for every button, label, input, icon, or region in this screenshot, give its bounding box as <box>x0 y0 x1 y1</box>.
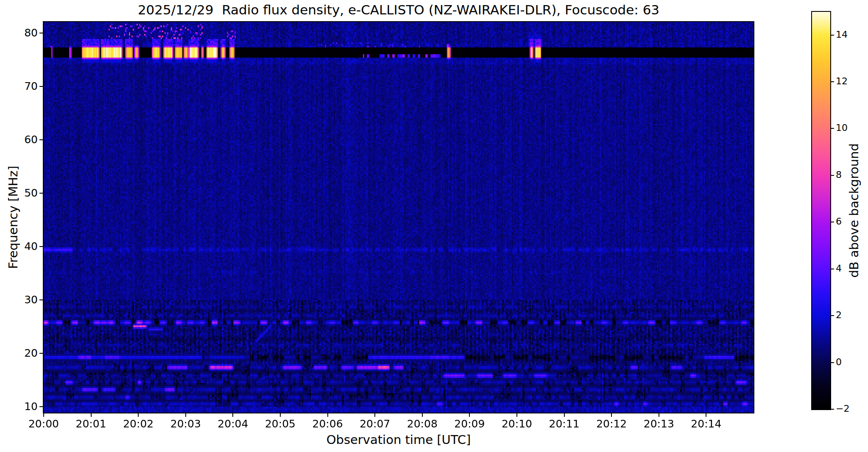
y-tick-mark <box>39 193 43 194</box>
colorbar-tick-mark <box>831 35 834 36</box>
x-tick-mark <box>611 413 612 417</box>
colorbar-tick-mark <box>831 315 834 316</box>
y-tick-mark <box>39 406 43 407</box>
colorbar-tick-label: 14 <box>836 30 848 39</box>
y-tick-label: 20 <box>0 348 38 358</box>
y-tick-mark <box>39 86 43 87</box>
y-tick-mark <box>39 139 43 140</box>
x-tick-mark <box>516 413 517 417</box>
x-tick-mark <box>706 413 706 417</box>
y-tick-label: 30 <box>0 294 38 305</box>
colorbar-tick-label: 10 <box>836 123 848 133</box>
y-tick-label: 40 <box>0 241 38 252</box>
x-tick-mark <box>659 413 659 417</box>
x-tick-mark <box>469 413 470 417</box>
colorbar-tick-label: 12 <box>836 77 848 86</box>
y-tick-mark <box>39 33 43 33</box>
colorbar-tick-mark <box>831 81 834 82</box>
colorbar-tick-label: 2 <box>836 311 842 320</box>
colorbar <box>811 11 831 410</box>
x-tick-mark <box>91 413 92 417</box>
colorbar-tick-mark <box>831 175 834 176</box>
x-tick-label: 20:14 <box>676 419 736 429</box>
x-tick-mark <box>422 413 423 417</box>
colorbar-tick-mark <box>831 409 834 410</box>
y-tick-mark <box>39 353 43 354</box>
colorbar-tick-mark <box>831 222 834 222</box>
colorbar-tick-label: −2 <box>836 404 849 413</box>
colorbar-tick-mark <box>831 128 834 129</box>
y-axis-label: Frequency [MHz] <box>6 166 20 269</box>
colorbar-tick-label: 0 <box>836 358 842 367</box>
y-tick-mark <box>39 299 43 300</box>
chart-title: 2025/12/29 Radio flux density, e-CALLIST… <box>44 2 754 17</box>
x-tick-mark <box>280 413 281 417</box>
figure: 2025/12/29 Radio flux density, e-CALLIST… <box>0 0 868 452</box>
y-tick-label: 60 <box>0 134 38 145</box>
colorbar-tick-mark <box>831 269 834 269</box>
y-tick-label: 50 <box>0 188 38 198</box>
colorbar-tick-label: 4 <box>836 264 842 273</box>
y-tick-label: 70 <box>0 81 38 92</box>
y-tick-mark <box>39 246 43 247</box>
y-tick-label: 80 <box>0 28 38 38</box>
x-tick-mark <box>232 413 233 417</box>
spectrogram-canvas <box>43 21 754 413</box>
x-axis-label: Observation time [UTC] <box>327 433 471 447</box>
colorbar-label: dB above background <box>847 143 861 277</box>
y-tick-label: 10 <box>0 401 38 412</box>
x-tick-mark <box>564 413 565 417</box>
x-tick-mark <box>138 413 139 417</box>
x-tick-mark <box>327 413 328 417</box>
x-tick-mark <box>374 413 375 417</box>
colorbar-tick-mark <box>831 362 834 363</box>
colorbar-tick-label: 6 <box>836 217 842 226</box>
x-tick-mark <box>185 413 186 417</box>
colorbar-tick-label: 8 <box>836 170 842 180</box>
x-tick-mark <box>43 413 44 417</box>
